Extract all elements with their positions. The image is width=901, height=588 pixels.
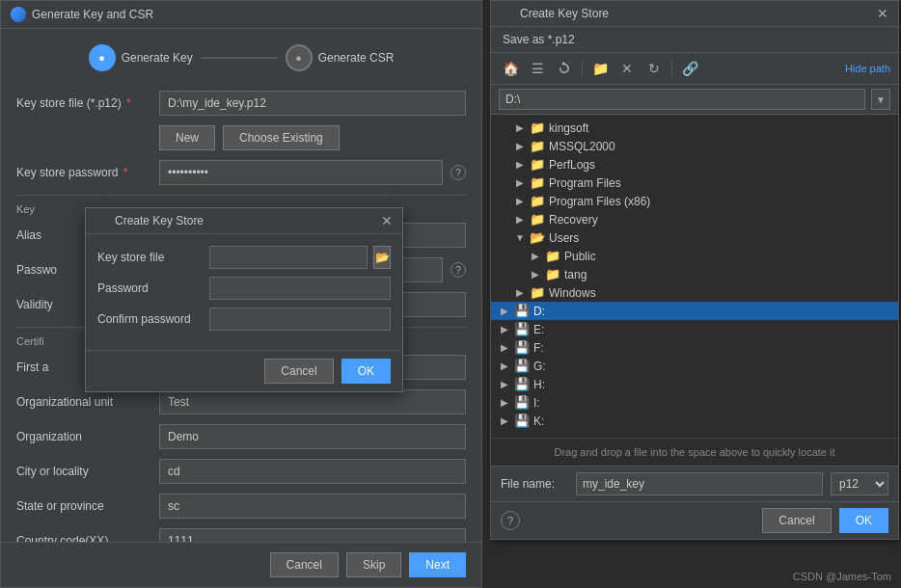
step-line [201, 57, 278, 59]
fb-path-input[interactable] [499, 89, 865, 110]
fb-toolbar: 🏠 ☰ 📁 ✕ ↻ 🔗 Hide path [491, 53, 898, 85]
org-unit-input[interactable] [159, 389, 466, 414]
tree-item[interactable]: ▶📁MSSQL2000 [491, 137, 898, 155]
fb-refresh-button[interactable] [553, 57, 576, 80]
required-marker: * [126, 96, 131, 110]
tree-item[interactable]: ▶💾F: [491, 338, 898, 357]
fb-titlebar: Create Key Store ✕ [491, 1, 898, 27]
inner-confirm-password-input[interactable] [209, 307, 391, 331]
tree-item[interactable]: ▶💾D: [491, 302, 898, 320]
inner-cancel-button[interactable]: Cancel [264, 359, 333, 384]
inner-dialog-content: Key store file 📂 Password Confirm passwo… [86, 234, 402, 350]
state-row: State or province [16, 494, 466, 519]
fb-filename-label: File name: [501, 477, 568, 491]
inner-password-input[interactable] [209, 277, 391, 300]
country-label: Country code(XX) [16, 534, 151, 542]
choose-existing-button[interactable]: Choose Existing [223, 125, 340, 150]
org-label: Organization [16, 430, 151, 443]
keystore-file-row: Key store file (*.p12) * [16, 91, 466, 116]
org-input[interactable] [159, 424, 466, 449]
tree-item[interactable]: ▶💾E: [491, 320, 898, 338]
keystore-btn-row: New Choose Existing [159, 125, 466, 150]
inner-title-left: Create Key Store [96, 214, 204, 227]
tree-item[interactable]: ▶💾G: [491, 357, 898, 375]
fb-saveas-label: Save as *.p12 [491, 27, 898, 53]
country-input[interactable] [159, 528, 466, 542]
inner-dialog-footer: Cancel OK [86, 350, 402, 391]
watermark: CSDN @James-Tom [793, 571, 891, 582]
inner-ok-button[interactable]: OK [341, 359, 391, 384]
step2-circle: ● [286, 44, 313, 71]
inner-close-button[interactable]: ✕ [381, 214, 393, 227]
keystore-password-input[interactable] [159, 160, 443, 185]
fb-reload-button[interactable]: ↻ [642, 57, 666, 80]
tree-item[interactable]: ▶💾H: [491, 375, 898, 393]
fb-link-button[interactable]: 🔗 [678, 57, 701, 80]
password-help-icon[interactable]: ? [450, 165, 466, 180]
inner-keystore-file-row: Key store file 📂 [97, 246, 391, 269]
inner-keystore-file-input[interactable] [209, 246, 368, 269]
key-password-help-icon[interactable]: ? [450, 262, 466, 278]
inner-password-label: Password [97, 281, 204, 295]
file-browser-window: Create Key Store ✕ Save as *.p12 🏠 ☰ 📁 ✕… [490, 0, 899, 540]
fb-hide-path-button[interactable]: Hide path [845, 63, 890, 74]
fb-file-tree: ▶📁kingsoft▶📁MSSQL2000▶📁PerfLogs▶📁Program… [491, 115, 898, 438]
fb-close-button[interactable]: ✕ [877, 7, 888, 20]
fb-ok-button[interactable]: OK [839, 508, 888, 533]
fb-footer: ? Cancel OK [491, 501, 898, 539]
step1-label: Generate Key [122, 51, 193, 65]
fb-title-icon [501, 7, 514, 20]
tree-item[interactable]: ▶💾I: [491, 393, 898, 412]
tree-item[interactable]: ▶📁Public [491, 247, 898, 265]
skip-button[interactable]: Skip [346, 552, 401, 577]
tree-item[interactable]: ▶💾K: [491, 412, 898, 430]
main-footer: Cancel Skip Next [1, 542, 481, 587]
tree-item[interactable]: ▼📂Users [491, 228, 898, 247]
fb-help-icon[interactable]: ? [501, 511, 520, 530]
main-title-text: Generate Key and CSR [32, 8, 153, 21]
state-label: State or province [16, 499, 151, 513]
fb-extension-select[interactable]: p12 [831, 472, 888, 495]
fb-home-button[interactable]: 🏠 [499, 57, 522, 80]
fb-cancel-button[interactable]: Cancel [762, 508, 831, 533]
fb-path-dropdown[interactable]: ▼ [871, 89, 890, 110]
fb-path-row: ▼ [491, 85, 898, 115]
inner-file-browse-button[interactable]: 📂 [373, 246, 391, 269]
tree-item[interactable]: ▶📁PerfLogs [491, 155, 898, 174]
fb-toolbar-sep1 [582, 60, 583, 77]
tree-item[interactable]: ▶📁Recovery [491, 210, 898, 228]
cancel-button[interactable]: Cancel [270, 552, 339, 577]
step1-icon: ● [98, 52, 105, 64]
inner-confirm-password-row: Confirm password [97, 307, 391, 331]
fb-delete-button[interactable]: ✕ [615, 57, 639, 80]
org-unit-label: Organizational unit [16, 395, 151, 409]
keystore-file-input[interactable] [159, 91, 466, 116]
state-input[interactable] [159, 494, 466, 519]
fb-filename-input[interactable] [576, 472, 823, 495]
fb-toolbar-sep2 [671, 60, 672, 77]
step2-icon: ● [295, 52, 302, 64]
inner-keystore-file-label: Key store file [97, 251, 204, 264]
fb-list-button[interactable]: ☰ [526, 57, 549, 80]
keystore-password-row: Key store password * ? [16, 160, 466, 185]
new-button[interactable]: New [159, 125, 215, 150]
org-unit-row: Organizational unit [16, 389, 466, 414]
folder-open-icon: 📂 [375, 251, 390, 264]
step-generate-csr: ● Generate CSR [286, 44, 395, 71]
tree-item[interactable]: ▶📁kingsoft [491, 119, 898, 137]
keystore-file-label: Key store file (*.p12) * [16, 96, 151, 110]
tree-item[interactable]: ▶📁Program Files (x86) [491, 192, 898, 210]
city-input[interactable] [159, 459, 466, 484]
step1-circle: ● [89, 44, 116, 71]
org-row: Organization [16, 424, 466, 449]
next-button[interactable]: Next [409, 552, 466, 577]
inner-confirm-label: Confirm password [97, 312, 204, 326]
tree-item[interactable]: ▶📁tang [491, 265, 898, 283]
tree-item[interactable]: ▶📁Program Files [491, 174, 898, 192]
inner-password-row: Password [97, 277, 391, 300]
fb-newfolder-button[interactable]: 📁 [588, 57, 612, 80]
inner-create-keystore-dialog: Create Key Store ✕ Key store file 📂 Pass… [85, 207, 403, 392]
required-marker2: * [123, 166, 128, 179]
fb-drop-zone: Drag and drop a file into the space abov… [491, 438, 898, 466]
tree-item[interactable]: ▶📁Windows [491, 283, 898, 302]
